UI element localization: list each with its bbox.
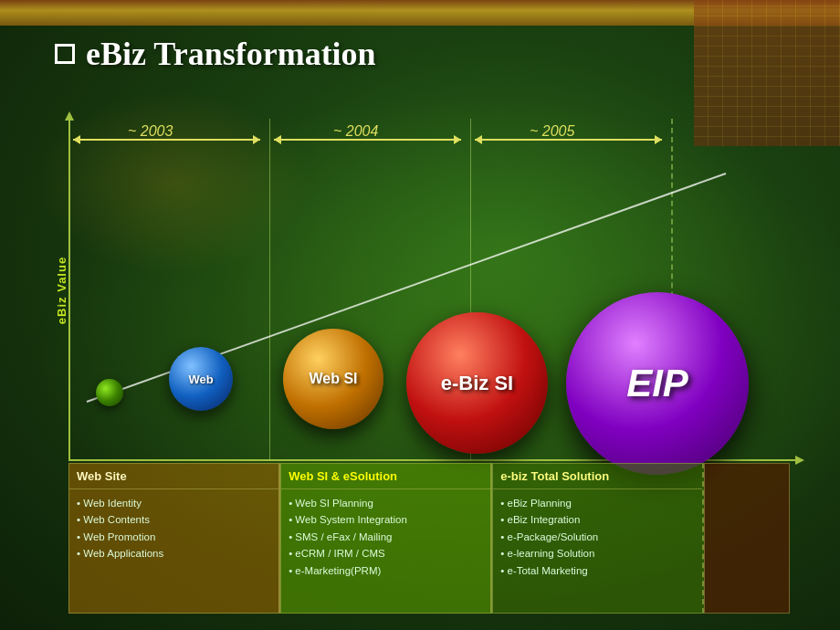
col-header-web-site: Web Site bbox=[69, 464, 278, 489]
list-item: eBiz Integration bbox=[500, 511, 695, 528]
col-items-web-si: Web SI Planning Web System Integration S… bbox=[281, 489, 490, 584]
sphere-ebiz-si-label: e-Biz SI bbox=[441, 372, 513, 395]
col-header-ebiz-total: e-biz Total Solution bbox=[493, 464, 702, 489]
period-label-2005: ~ 2005 bbox=[530, 123, 574, 140]
list-item: Web Applications bbox=[77, 545, 271, 562]
table-col-web-site: Web Site Web Identity Web Contents Web P… bbox=[68, 463, 280, 614]
list-item: e-Marketing(PRM) bbox=[289, 562, 483, 579]
slide-title: eBiz Transformation bbox=[86, 35, 376, 73]
list-item: Web Promotion bbox=[77, 529, 271, 545]
period-label-2003: ~ 2003 bbox=[128, 123, 173, 140]
y-axis-line bbox=[68, 119, 70, 461]
title-checkbox bbox=[55, 44, 75, 64]
bottom-table: Web Site Web Identity Web Contents Web P… bbox=[68, 463, 790, 614]
list-item: Web Identity bbox=[77, 495, 271, 511]
y-axis-label: eBiz Value bbox=[55, 256, 68, 323]
table-col-ebiz-total: e-biz Total Solution eBiz Planning eBiz … bbox=[492, 463, 704, 614]
list-item: e-Package/Solution bbox=[500, 529, 695, 545]
sphere-web-si: Web SI bbox=[283, 329, 383, 429]
list-item: eCRM / IRM / CMS bbox=[289, 545, 483, 562]
slide: eBiz Transformation eBiz Value ~ 2003 ~ … bbox=[0, 0, 840, 630]
x-axis-arrow bbox=[795, 456, 804, 465]
sphere-web: Web bbox=[169, 347, 233, 411]
period-label-2004: ~ 2004 bbox=[333, 123, 378, 140]
title-area: eBiz Transformation bbox=[55, 35, 376, 73]
sphere-ebiz-si: e-Biz SI bbox=[406, 312, 548, 454]
sphere-web-si-label: Web SI bbox=[309, 371, 357, 387]
list-item: Web System Integration bbox=[289, 511, 483, 528]
list-item: SMS / eFax / Mailing bbox=[289, 529, 483, 545]
table-col-empty bbox=[704, 463, 790, 614]
list-item: eBiz Planning bbox=[500, 495, 695, 511]
col-header-web-si: Web SI & eSolution bbox=[281, 464, 490, 489]
col-items-web-site: Web Identity Web Contents Web Promotion … bbox=[69, 489, 278, 568]
divider-2003-2004 bbox=[269, 119, 270, 461]
y-axis-arrow bbox=[65, 111, 74, 121]
col-items-ebiz-total: eBiz Planning eBiz Integration e-Package… bbox=[493, 489, 702, 584]
table-col-web-si: Web SI & eSolution Web SI Planning Web S… bbox=[280, 463, 492, 614]
list-item: e-Total Marketing bbox=[500, 562, 695, 579]
sphere-eip: EIP bbox=[566, 292, 749, 475]
sphere-green-dot bbox=[96, 379, 123, 406]
list-item: Web SI Planning bbox=[289, 495, 483, 511]
sphere-eip-label: EIP bbox=[626, 362, 688, 405]
list-item: e-learning Solution bbox=[500, 545, 695, 562]
list-item: Web Contents bbox=[77, 511, 271, 528]
sphere-web-label: Web bbox=[188, 373, 213, 386]
chart-area: eBiz Value ~ 2003 ~ 2004 ~ 2005 Web Web bbox=[68, 119, 790, 461]
